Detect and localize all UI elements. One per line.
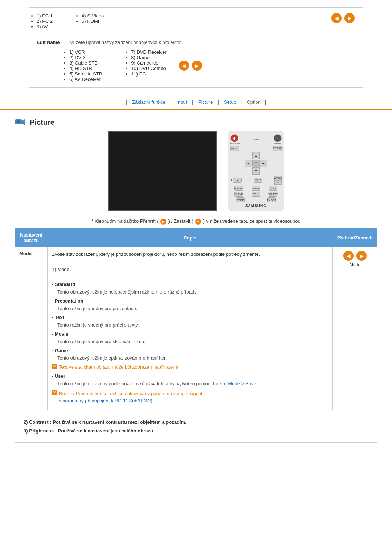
devices-col2: 7) DVD Receiver 8) Game 9) Camcorder 10)… bbox=[131, 49, 167, 77]
samsung-label: SAMSUNG bbox=[230, 204, 282, 208]
mode-arrows-cell: ◀ ▶ Mode bbox=[333, 247, 377, 410]
device-item: 10) DVD Combo bbox=[131, 66, 167, 71]
play-note-text-end: ) v níže uvedené tabulce spustíte videos… bbox=[203, 218, 301, 224]
input-item: 3) AV bbox=[37, 24, 53, 29]
dpad-right[interactable]: ► bbox=[260, 160, 267, 167]
col-header-setting: Nastavení obrazu bbox=[15, 229, 48, 247]
mode-text-name: - Text bbox=[52, 315, 64, 320]
psize-btn[interactable]: PSIZE bbox=[236, 197, 245, 202]
table-row-bottom-notes: 2) Contrast : Používá se k nastavení kon… bbox=[15, 410, 377, 443]
stop-icon: ● bbox=[195, 219, 201, 225]
edit-name-desc: Můžete upravit názvy zařízení připojenýc… bbox=[69, 40, 185, 45]
input-item: 2) PC 2 bbox=[37, 19, 53, 24]
device-item: 1) VCR bbox=[69, 49, 102, 55]
prev-arrow-btn-2[interactable]: ◀ bbox=[179, 61, 189, 71]
picture-header: Picture bbox=[15, 117, 377, 127]
vol-up-btn[interactable]: ▲ bbox=[233, 178, 242, 183]
info-btn[interactable]: INFO bbox=[269, 186, 277, 191]
mode-standard-name: - Standard bbox=[52, 282, 75, 287]
device-item: 5) Satellite STB bbox=[69, 71, 102, 77]
power-label: POWER bbox=[230, 142, 240, 145]
col-header-desc: Popis bbox=[48, 229, 333, 247]
device-item: 6) AV Receiver bbox=[69, 77, 102, 82]
mode-prev-arrow[interactable]: ◀ bbox=[343, 251, 354, 261]
quick-btn[interactable]: QUICK bbox=[252, 186, 260, 191]
nav-separator: | bbox=[265, 99, 266, 105]
nav-separator: | bbox=[218, 99, 219, 105]
device-item: 11) PC bbox=[131, 71, 167, 77]
svg-marker-1 bbox=[22, 119, 25, 125]
play-note-text-before: * Klepnutím na tlačítko Přehrát ( bbox=[91, 218, 158, 224]
svg-point-2 bbox=[17, 120, 20, 123]
mode-pres-name: - Presentation bbox=[52, 298, 83, 304]
dpad-up[interactable]: ▲ bbox=[252, 152, 260, 159]
still-btn[interactable]: STILL bbox=[252, 192, 260, 197]
nav-arrows-mid: ◀ ▶ bbox=[178, 61, 203, 71]
edit-name-content: 1) VCR 2) DVD 3) Cable STB 4) HD STB 5) … bbox=[69, 49, 185, 82]
device-item: 8) Game bbox=[131, 55, 167, 60]
input-item: 1) PC 1 bbox=[37, 13, 53, 19]
play-icon: ▶ bbox=[160, 219, 166, 225]
vol-minus-btn[interactable]: ∨ bbox=[274, 180, 282, 185]
edit-name-label: Edit Name bbox=[37, 40, 69, 45]
nav-separator: | bbox=[126, 99, 127, 105]
inputs-col1: 1) PC 1 2) PC 2 3) AV bbox=[37, 13, 53, 29]
blank-btn[interactable]: BLANK bbox=[234, 192, 243, 197]
mode-next-arrow[interactable]: ▶ bbox=[356, 251, 367, 261]
mode-user-name: - User bbox=[52, 373, 65, 379]
note-brightness: 3) Brightness : Používá se k nastavení j… bbox=[24, 427, 368, 435]
mode-pres-desc: Tento režim je vhodný pro prezentace. bbox=[57, 306, 137, 311]
main-table: Nastavení obrazu Popis Přehrát/Zastavit … bbox=[15, 228, 377, 443]
edit-name-row: Edit Name Můžete upravit názvy zařízení … bbox=[37, 35, 355, 82]
mode-game-name: - Game bbox=[52, 348, 68, 353]
power-btn[interactable]: ⏻ bbox=[230, 134, 238, 142]
mode-user-desc: Tento režim je upravený podle požadavků … bbox=[57, 381, 259, 386]
dpad-down[interactable]: ▼ bbox=[252, 167, 260, 175]
dpad-center[interactable]: □ bbox=[252, 160, 260, 167]
mode-movie-desc: Tento režim je vhodný pro sledování film… bbox=[57, 339, 146, 344]
device-item: 7) DVD Receiver bbox=[131, 49, 167, 55]
next-arrow-btn-2[interactable]: ▶ bbox=[192, 61, 202, 71]
next-arrow-btn[interactable]: ▶ bbox=[344, 13, 355, 23]
device-item: 4) HD STB bbox=[69, 66, 102, 71]
remote-screen-section: ⏻ POWER AUTO 🔇 MUTE MENU ↩RETURN ▲ bbox=[15, 131, 377, 211]
table-row-mode: Mode Zvolte stav zobrazení, který je při… bbox=[15, 247, 377, 410]
warning-1-text: Text ve statickém obrazu může být zobraz… bbox=[59, 364, 179, 371]
return-btn[interactable]: ↩RETURN bbox=[273, 146, 282, 151]
menu-btn[interactable]: MENU bbox=[230, 146, 239, 151]
mode-game-desc: Tento obrazový režim je optimalizován pr… bbox=[57, 355, 167, 361]
mute-btn[interactable]: 🔇 bbox=[274, 134, 282, 142]
nav-link-input[interactable]: Input bbox=[176, 99, 187, 105]
device-item: 9) Camcorder bbox=[131, 60, 167, 66]
mode-standard-desc: Tento obrazový režim je nejobecnějším re… bbox=[57, 289, 197, 295]
mode-save-link[interactable]: Mode > Save bbox=[228, 381, 256, 386]
warning-icon-1: ✕ bbox=[52, 364, 57, 369]
mode-user: - User Tento režim je upravený podle pož… bbox=[52, 373, 328, 388]
install-btn[interactable]: INSTALL bbox=[234, 186, 243, 191]
mode-intro: Zvolte stav zobrazení, který je přizpůso… bbox=[52, 251, 328, 258]
col-header-play: Přehrát/Zastavit bbox=[333, 229, 377, 247]
play-note-text-mid: ) / Zastavit ( bbox=[168, 218, 193, 224]
pmode-btn[interactable]: PMODE bbox=[267, 197, 276, 202]
nav-arrows-top: ◀ ▶ bbox=[331, 13, 355, 23]
nav-link-setup[interactable]: Setup bbox=[224, 99, 236, 105]
prev-arrow-btn[interactable]: ◀ bbox=[331, 13, 342, 23]
play-note: * Klepnutím na tlačítko Přehrát ( ▶ ) / … bbox=[15, 218, 377, 225]
source-btn[interactable]: SOURCE bbox=[269, 192, 277, 197]
mode-game: - Game Tento obrazový režim je optimaliz… bbox=[52, 347, 328, 362]
auto-label: AUTO bbox=[253, 138, 260, 141]
warning-2-link[interactable]: s parametry při připojení k PC (D-Sub/HD… bbox=[59, 398, 154, 403]
vol-plus-btn[interactable]: ∧VOL bbox=[274, 176, 282, 180]
inputs-col2: 4) S-Video 5) HDMI bbox=[82, 13, 104, 29]
exit-btn[interactable]: EXIT bbox=[254, 178, 262, 183]
bottom-notes-cell: 2) Contrast : Používá se k nastavení kon… bbox=[15, 410, 377, 443]
mode-presentation: - Presentation Tento režim je vhodný pro… bbox=[52, 297, 328, 313]
dpad-left[interactable]: ◄ bbox=[245, 160, 252, 167]
nav-link-picture[interactable]: Picture bbox=[198, 99, 213, 105]
note-contrast: 2) Contrast : Používá se k nastavení kon… bbox=[24, 418, 368, 426]
device-item: 2) DVD bbox=[69, 55, 102, 60]
top-section: 1) PC 1 2) PC 2 3) AV 4) S-Video 5) HDMI… bbox=[29, 7, 363, 88]
top-section-wrapper: 1) PC 1 2) PC 2 3) AV 4) S-Video 5) HDMI… bbox=[15, 7, 377, 88]
nav-link-basic[interactable]: Základní funkce bbox=[132, 99, 166, 105]
mode-title-1: 1) Mode bbox=[52, 266, 328, 274]
